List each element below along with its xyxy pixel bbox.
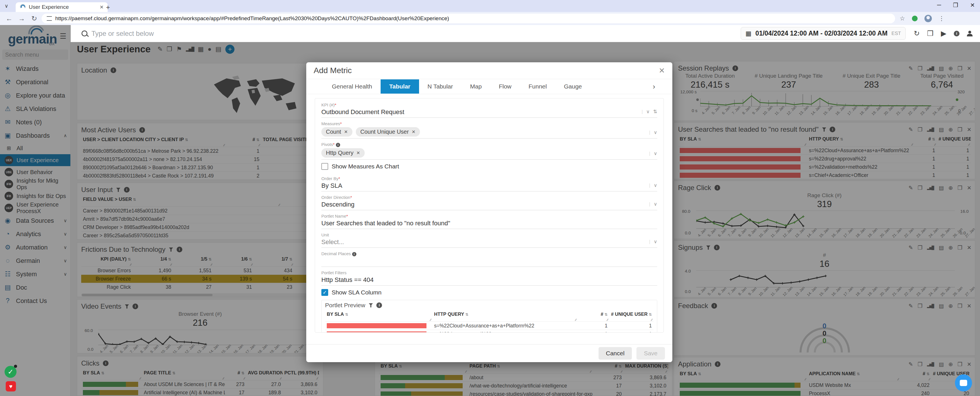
date-range-picker[interactable]: ▦ 01/04/2024 12:00 AM - 02/03/2024 12:00… [741, 27, 906, 40]
modal-close-icon[interactable]: ✕ [659, 66, 665, 75]
preview-title: Portlet Preview [325, 302, 365, 309]
field-decimal-places[interactable]: Decimal Places [321, 249, 657, 267]
play-icon[interactable]: ▶ [941, 29, 947, 38]
back-icon[interactable]: ← [4, 14, 14, 22]
tab-flow[interactable]: Flow [490, 79, 520, 93]
show-sla-column-checkbox[interactable]: Show SLA Column [321, 289, 657, 296]
cancel-button[interactable]: Cancel [598, 347, 632, 360]
tabs-overflow-chevron-icon[interactable]: › [653, 82, 655, 91]
calendar-icon: ▦ [746, 30, 751, 37]
search-icon [81, 30, 88, 36]
column-resize-handle[interactable]: ∕∕ [578, 318, 609, 322]
filter-icon[interactable] [369, 303, 373, 307]
sort-icon[interactable]: ⇅ [465, 312, 468, 317]
app-topbar: Type or select below ▦ 01/04/2024 12:00 … [71, 25, 980, 42]
chevron-down-icon: ∨ [654, 239, 657, 245]
date-range-text: 01/04/2024 12:00 AM - 02/03/2024 12:00 A… [756, 30, 888, 37]
field-kpi[interactable]: KPI (#)* Outbound Document Request |∨⇅ [321, 100, 657, 118]
field-portlet-name[interactable]: Portlet Name* User Searches that leaded … [321, 211, 657, 229]
tab-tabular[interactable]: Tabular [380, 79, 419, 93]
modal-overlay[interactable] [0, 25, 71, 396]
field-measures[interactable]: Measures* Count✕Count Unique User✕ |∨ [321, 119, 657, 139]
add-metric-modal: Add Metric ✕ General HealthTabularN Tabu… [306, 62, 672, 362]
url-text: https://paemsef.cloud.germainapm.com/ger… [55, 15, 449, 22]
column-resize-handle[interactable]: ∕∕ [325, 318, 433, 322]
checkbox-checked-icon[interactable] [321, 289, 328, 296]
portlet-name-value: User Searches that leaded to "no result … [321, 220, 657, 227]
window-close-icon[interactable]: ✕ [970, 2, 975, 8]
info-icon[interactable] [352, 252, 356, 256]
user-icon[interactable] [967, 31, 973, 36]
forward-icon[interactable]: → [16, 14, 27, 22]
tab-gauge[interactable]: Gauge [555, 79, 590, 93]
bookmark-star-icon[interactable]: ☆ [900, 15, 905, 22]
table-row[interactable]: s=%22Cloud+Assurance+as+a+Platform%2211 [325, 322, 654, 330]
sla-bar-red [327, 331, 426, 333]
address-bar[interactable]: https://paemsef.cloud.germainapm.com/ger… [41, 14, 895, 23]
save-button[interactable]: Save [636, 347, 665, 360]
tab-general-health[interactable]: General Health [323, 79, 380, 93]
field-unit[interactable]: Unit Select... |∨ [321, 230, 657, 248]
germain-favicon [20, 4, 26, 10]
browser-menu-icon[interactable]: ⋮ [939, 15, 945, 22]
global-search-input[interactable]: Type or select below [91, 30, 154, 38]
window-maximize-icon[interactable]: ❒ [953, 2, 958, 8]
fullscreen-icon[interactable]: ❒ [927, 29, 933, 38]
tab-funnel[interactable]: Funnel [520, 79, 555, 93]
status-check-widget[interactable]: ✓ [5, 366, 16, 378]
sort-icon[interactable]: ⇅ [649, 312, 652, 317]
extension-icon[interactable] [912, 16, 918, 21]
column-header[interactable]: BY SLA⇅ [325, 310, 433, 318]
refresh-icon[interactable]: ↻ [914, 29, 920, 38]
chip-remove-icon[interactable]: ✕ [356, 150, 360, 155]
field-pivots[interactable]: Pivots* Http Query✕ |∨ [321, 140, 657, 160]
info-icon[interactable] [954, 31, 959, 36]
profile-avatar[interactable] [924, 15, 932, 22]
sla-bar-red [327, 323, 426, 328]
sort-icon[interactable]: ⇅ [605, 312, 608, 317]
chevron-down-icon: ∨ [654, 201, 657, 207]
show-measures-as-chart-checkbox[interactable]: Show Measures As Chart [321, 163, 657, 170]
notification-dot [14, 365, 17, 368]
field-order-by[interactable]: Order By* By SLA |∨ [321, 174, 657, 192]
tab-map[interactable]: Map [461, 79, 490, 93]
window-minimize-icon[interactable]: ─ [937, 2, 941, 8]
checkbox-unchecked-icon[interactable] [321, 163, 328, 170]
field-portlet-filters[interactable]: Portlet Filters Http Status == 404 [321, 268, 657, 286]
chip-count-unique-user: Count Unique User✕ [356, 127, 420, 136]
sort-icon[interactable]: ⇅ [345, 312, 348, 317]
tab-close-icon[interactable]: ✕ [100, 4, 104, 10]
chip-remove-icon[interactable]: ✕ [344, 129, 348, 135]
table-row[interactable]: s=%22drug+approval%2211 [325, 330, 654, 333]
browser-tabstrip: ∨ User Experience ✕ + ─ ❒ ✕ [0, 0, 980, 12]
site-settings-icon[interactable] [47, 16, 52, 21]
portlet-preview: Portlet Preview BY SLA⇅HTTP QUERY⇅#⇅# UN… [321, 300, 657, 333]
heart-widget[interactable]: ♥ [6, 381, 16, 391]
tab-n-tabular[interactable]: N Tabular [419, 79, 462, 93]
column-header[interactable]: #⇅ [578, 310, 609, 318]
info-icon[interactable] [376, 303, 382, 308]
metric-form: KPI (#)* Outbound Document Request |∨⇅ M… [315, 98, 664, 333]
chat-bubble-button[interactable] [955, 374, 972, 391]
decimal-places-value [321, 257, 657, 265]
chip-remove-icon[interactable]: ✕ [412, 129, 415, 135]
modal-title: Add Metric [313, 66, 352, 75]
column-resize-handle[interactable]: ∕∕ [609, 318, 654, 322]
portlet-filters-value: Http Status == 404 [321, 276, 657, 284]
chevron-down-icon: ∨ [646, 109, 649, 115]
column-header[interactable]: # UNIQUE USER⇅ [609, 310, 654, 318]
column-header[interactable]: HTTP QUERY⇅ [433, 310, 578, 318]
chip-count: Count✕ [321, 127, 352, 136]
info-icon[interactable] [336, 143, 340, 147]
tab-title: User Experience [29, 4, 68, 10]
chevron-down-icon: ∨ [654, 130, 657, 135]
reload-icon[interactable]: ↻ [29, 14, 39, 22]
column-resize-handle[interactable]: ∕∕ [433, 318, 578, 322]
tab-search-chevron-icon[interactable]: ∨ [5, 3, 8, 9]
order-direction-value: Descending [321, 201, 657, 208]
field-order-direction[interactable]: Order Direction* Descending |∨ [321, 193, 657, 210]
browser-tab[interactable]: User Experience ✕ [16, 2, 108, 12]
kpi-value: Outbound Document Request [321, 108, 657, 116]
chip-http-query: Http Query✕ [321, 148, 365, 158]
new-tab-button[interactable]: + [106, 3, 110, 11]
